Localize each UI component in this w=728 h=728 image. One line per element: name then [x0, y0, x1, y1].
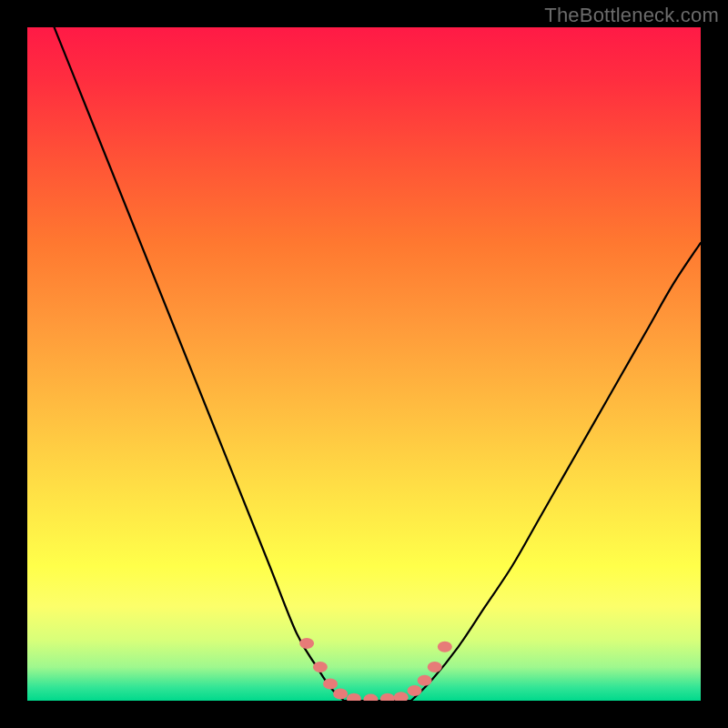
curve-right	[411, 243, 701, 701]
marker-dot	[299, 638, 314, 649]
marker-dot	[394, 692, 409, 701]
watermark-text: TheBottleneck.com	[544, 4, 719, 27]
marker-dot	[418, 675, 432, 686]
marker-dot	[313, 662, 328, 672]
marker-dot	[438, 642, 452, 652]
marker-dot	[363, 694, 378, 701]
marker-dot	[347, 693, 361, 701]
curve-left	[55, 27, 344, 701]
marker-dot	[323, 679, 338, 690]
curve-svg	[27, 27, 701, 701]
chart-frame: TheBottleneck.com	[0, 0, 728, 728]
marker-dot	[408, 685, 422, 696]
highlight-markers	[299, 638, 452, 701]
marker-dot	[380, 693, 395, 701]
marker-dot	[333, 689, 348, 700]
marker-dot	[428, 662, 442, 672]
plot-area	[27, 27, 701, 701]
